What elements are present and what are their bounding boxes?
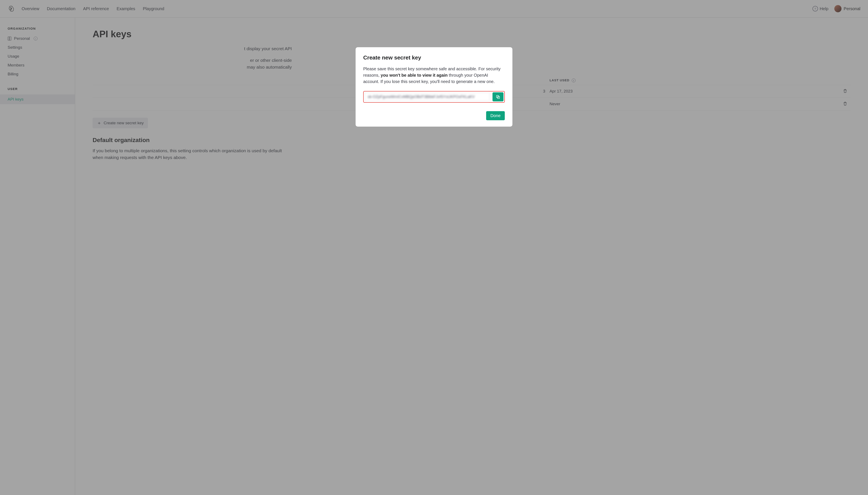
secret-key-row	[363, 91, 505, 103]
copy-icon	[496, 95, 500, 99]
copy-button[interactable]	[492, 92, 504, 101]
modal-overlay[interactable]: Create new secret key Please save this s…	[0, 0, 868, 495]
create-key-modal: Create new secret key Please save this s…	[356, 47, 512, 126]
modal-title: Create new secret key	[363, 54, 505, 61]
secret-key-field[interactable]	[364, 92, 490, 101]
done-button[interactable]: Done	[486, 111, 505, 120]
modal-body: Please save this secret key somewhere sa…	[363, 66, 505, 85]
